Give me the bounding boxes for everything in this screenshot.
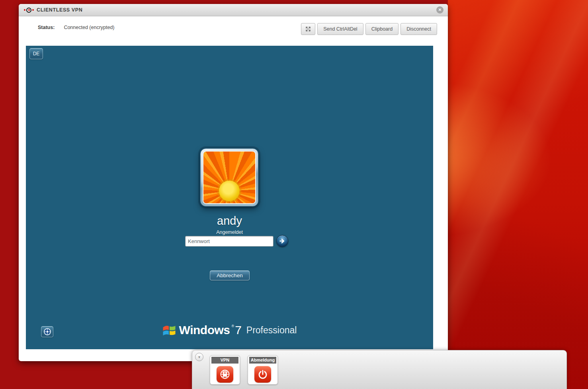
fullscreen-icon bbox=[305, 26, 311, 32]
clipboard-button[interactable]: Clipboard bbox=[365, 23, 399, 35]
chevron-down-icon: ▾ bbox=[198, 355, 200, 359]
user-avatar[interactable] bbox=[200, 148, 258, 206]
windows-branding: Windows®7 Professional bbox=[26, 323, 433, 337]
toolbar-tile-vpn[interactable]: VPN bbox=[210, 355, 240, 385]
keyboard-layout-button[interactable]: DE bbox=[29, 48, 43, 59]
signed-in-status: Angemeldet bbox=[26, 230, 433, 235]
cancel-button[interactable]: Abbrechen bbox=[210, 270, 250, 280]
window-titlebar: CLIENTLESS VPN ✕ bbox=[19, 4, 448, 16]
fullscreen-button[interactable] bbox=[301, 23, 315, 35]
login-button[interactable] bbox=[276, 235, 288, 247]
username-label: andy bbox=[26, 214, 433, 228]
clientless-vpn-window: CLIENTLESS VPN ✕ Status: Connected (encr… bbox=[19, 4, 448, 361]
background-red-waves bbox=[448, 0, 588, 389]
toolbar-tiles: VPN Abmeldung bbox=[210, 355, 278, 385]
windows-edition: Professional bbox=[246, 325, 297, 336]
window-title: CLIENTLESS VPN bbox=[37, 7, 82, 13]
abmeldung-tile-label: Abmeldung bbox=[249, 357, 276, 364]
send-ctrl-alt-del-button[interactable]: Send CtrlAltDel bbox=[317, 23, 363, 35]
windows-version: 7 bbox=[235, 323, 242, 337]
avatar-flower-image bbox=[203, 152, 255, 203]
windows-wordmark: Windows bbox=[179, 323, 230, 337]
collapse-toolbar-button[interactable]: ▾ bbox=[195, 353, 203, 361]
status-label: Status: bbox=[38, 25, 55, 30]
vpn-globe-lock-icon bbox=[217, 366, 233, 383]
disconnect-button[interactable]: Disconnect bbox=[400, 23, 437, 35]
windows-flag-icon bbox=[162, 324, 176, 336]
arrow-right-icon bbox=[279, 238, 285, 244]
connection-status: Status: Connected (encrypted) bbox=[38, 25, 115, 30]
registered-mark: ® bbox=[231, 324, 234, 328]
bottom-toolbar: ▾ VPN Abmeldung bbox=[192, 350, 567, 389]
close-button[interactable]: ✕ bbox=[436, 6, 443, 14]
vpn-tile-label: VPN bbox=[211, 357, 238, 364]
status-value: Connected (encrypted) bbox=[64, 25, 114, 30]
power-icon bbox=[254, 366, 271, 383]
toolbar-tile-abmeldung[interactable]: Abmeldung bbox=[248, 355, 278, 385]
close-icon: ✕ bbox=[438, 8, 441, 12]
session-controls: Send CtrlAltDel Clipboard Disconnect bbox=[301, 23, 437, 35]
vpn-logo-icon bbox=[24, 8, 34, 13]
remote-desktop-screen: DE andy Angemeldet Abbrechen bbox=[26, 46, 433, 349]
password-row bbox=[185, 235, 288, 247]
password-input[interactable] bbox=[185, 236, 273, 247]
